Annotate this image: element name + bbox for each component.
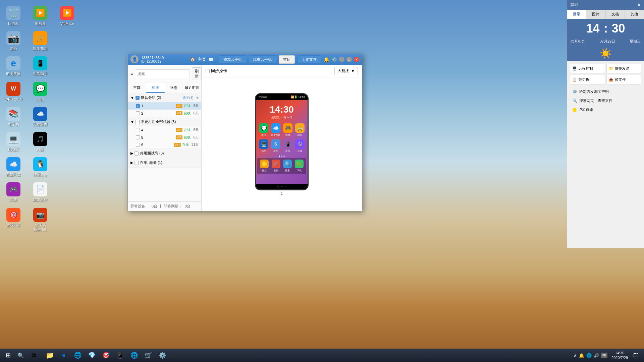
taskbar-edge[interactable]: e	[57, 349, 70, 362]
sidebar-tabs: 主群 相册 状态 最近时间	[128, 83, 201, 93]
taskbar-app3[interactable]: 🌐	[127, 349, 141, 362]
group-checkbox[interactable]	[135, 161, 139, 165]
desktop-icon-douyin[interactable]: 🎵 抖音	[27, 129, 54, 155]
sidebar-search-input[interactable]	[135, 69, 190, 78]
taskbar-app4[interactable]: ⚙️	[156, 349, 169, 362]
desktop-icon-shenghuo[interactable]: 📱 生活助手	[27, 54, 54, 79]
tab-directory[interactable]: 目录	[567, 10, 586, 19]
desktop-icon-wps[interactable]: W WPS 2019	[0, 79, 27, 104]
separator: |	[160, 204, 161, 209]
taskbar-app2[interactable]: 📱	[113, 349, 127, 362]
desktop-icon-yunkong[interactable]: ☁️ 云控管理	[27, 104, 54, 129]
upload-file-button[interactable]: 上传文件	[298, 55, 321, 64]
device-row-2[interactable]: 2 VIP 在线 6天	[128, 110, 201, 117]
tool-search[interactable]: 🔍 搜索网页，查找文件	[570, 96, 641, 105]
taskbar-clock[interactable]: 14:30 2020/7/29	[609, 351, 631, 360]
taskbar-cortana[interactable]: 💎	[85, 349, 99, 362]
expand-icon: ▶	[130, 151, 133, 156]
search-button[interactable]: 🔍	[15, 349, 27, 361]
group-shared-header[interactable]: ▶ 共用测试号 (0)	[128, 149, 201, 158]
right-panel-close-icon[interactable]: ✕	[637, 3, 641, 7]
desktop-icon-this-pc[interactable]: 💻 此电脑	[0, 129, 27, 155]
group-inuse-header[interactable]: ▶ 在用, 老者 (1)	[128, 158, 201, 167]
desktop-icon-wechat[interactable]: 💬 微信	[27, 79, 54, 104]
refresh-button[interactable]: 刷新	[192, 67, 202, 80]
desktop-icon-appstore[interactable]: 🛒 应用商店	[27, 28, 54, 54]
tray-show-hidden[interactable]: ∧	[574, 353, 577, 358]
tab-docs[interactable]: 文档	[606, 10, 625, 19]
desktop-icon-youxizs[interactable]: 🎯 游戏助手	[0, 205, 27, 230]
shortcut-transfer[interactable]: 📤 传文件	[606, 75, 642, 84]
device-row-4[interactable]: 4 VIP 在线 6天	[128, 126, 201, 134]
continue-cloud-button[interactable]: 续费云手机	[249, 55, 276, 64]
taskbar-app1[interactable]: 🎯	[99, 349, 113, 362]
desktop-icon-newfile[interactable]: 📄 新建文件	[27, 180, 54, 205]
vip-badge: VIP	[176, 111, 183, 115]
taskbar-chrome[interactable]: 🌐	[71, 349, 85, 362]
desktop-icon-wps-pz[interactable]: 📷 电子书拍照.lnk	[27, 205, 54, 235]
device-row-6[interactable]: 6 VIP 在线 31天	[128, 141, 201, 148]
group-default-header[interactable]: ▼ ✓ 默认分组 (2) 选中(1) +	[128, 93, 201, 102]
tab-images[interactable]: 图片	[586, 10, 605, 19]
add-cloud-button[interactable]: 添加云手机	[219, 55, 246, 64]
device-1-id: 1	[141, 104, 174, 108]
add-device-button[interactable]: +	[196, 95, 199, 100]
tab-status[interactable]: 状态	[165, 83, 183, 93]
sync-checkbox[interactable]	[206, 69, 210, 73]
desktop-icon-ie[interactable]: e IE浏览器	[0, 54, 27, 79]
shortcut-clipboard[interactable]: 📋 剪切板	[570, 75, 605, 84]
sync-operation-toggle[interactable]: 同步操作	[206, 68, 227, 74]
tab-other[interactable]: 其他	[625, 10, 644, 19]
desktop-icon-qq[interactable]: 🐧 腾讯QQ	[27, 155, 54, 180]
desktop-icon-player[interactable]: ▶️ 播放器	[27, 3, 54, 28]
group-checkbox[interactable]	[135, 152, 139, 156]
tray-keyboard[interactable]: 中	[601, 353, 607, 358]
desktop-icon-aipai[interactable]: 📷 爱拍	[0, 28, 27, 54]
phone-nav-bar: ◁ ○ □	[256, 184, 308, 189]
desktop-icon-dianzi[interactable]: 📚 电子书	[0, 104, 27, 129]
device-5-checkbox[interactable]	[136, 135, 140, 139]
notification-icon[interactable]: 🔔	[324, 57, 329, 62]
tray-notification[interactable]: 🔔	[579, 353, 584, 358]
desktop-icon-vidmate[interactable]: ▶️ VidMate	[54, 3, 80, 28]
group-checkbox[interactable]: ✓	[136, 96, 140, 100]
ip-accelerator-item[interactable]: IP加速器	[570, 105, 641, 114]
maximize-button[interactable]: □	[346, 57, 352, 62]
task-view-button[interactable]: ⧉	[27, 349, 40, 362]
notification-center-button[interactable]: 🗔	[632, 352, 640, 358]
device-4-checkbox[interactable]	[136, 128, 140, 132]
desktop-icon-baidu[interactable]: ☁️ 百度网盘	[0, 155, 27, 180]
tab-recent-time[interactable]: 最近时间	[183, 83, 201, 93]
tab-album[interactable]: 相册	[146, 83, 165, 93]
dot-3	[283, 156, 285, 157]
view-toggle-button[interactable]: 大视图 ▼	[334, 67, 358, 75]
shortcut-send[interactable]: 📁 快捷发送	[606, 64, 642, 73]
group-no-occupy-header[interactable]: ▼ 不要占用全部机器 (3)	[128, 117, 201, 126]
tray-volume[interactable]: 🔊	[594, 353, 599, 358]
desktop-icon-label: IE浏览器	[6, 72, 20, 76]
tool-taobao[interactable]: ⚙️ 给对方发淘宝声明	[570, 87, 641, 96]
tray-network[interactable]: 🌐	[586, 353, 592, 358]
phone-bottom-dock: 🟡 便签 🛒 购物 🔍 搜索	[257, 158, 306, 174]
taskbar-filemanager[interactable]: 📁	[43, 349, 56, 362]
device-1-checkbox[interactable]: ✓	[136, 104, 140, 108]
shortcut-remote[interactable]: 🖥️ 远程控制	[570, 64, 605, 73]
desktop-icon-recycle[interactable]: 🗑️ 回收站	[0, 3, 27, 28]
start-button[interactable]: ⊞	[1, 349, 15, 362]
device-5-days: 6天	[193, 135, 199, 140]
group-checkbox[interactable]	[136, 120, 140, 124]
recharge-button[interactable]: 重启	[279, 55, 295, 64]
phone-app-tool: 🔮 工具	[295, 139, 305, 153]
minimize-button[interactable]: —	[339, 57, 344, 62]
close-button[interactable]: ✕	[354, 57, 359, 62]
device-row-5[interactable]: 5 VIP 在线 6天	[128, 134, 201, 141]
app-main-toolbar: 同步操作 大视图 ▼	[202, 65, 362, 77]
desktop-icon-game[interactable]: 🎮 游戏	[0, 180, 27, 205]
settings-icon[interactable]: ⚙️	[331, 57, 337, 62]
tab-main-group[interactable]: 主群	[128, 83, 146, 93]
device-2-checkbox[interactable]	[136, 111, 140, 115]
device-row-1[interactable]: ✓ 1 VIP 在线 6天	[128, 102, 201, 110]
taskbar-store[interactable]: 🛒	[142, 349, 155, 362]
remote-icon: 🖥️	[572, 66, 577, 71]
device-6-checkbox[interactable]	[136, 143, 140, 147]
